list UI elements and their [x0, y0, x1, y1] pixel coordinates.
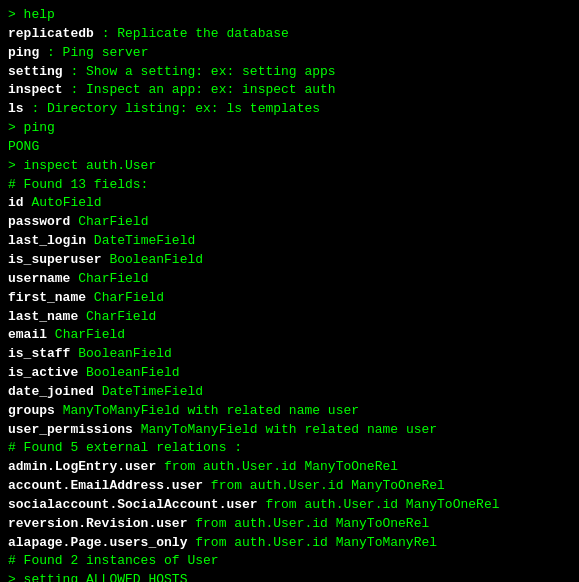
field-date-joined-space — [94, 384, 102, 399]
field-is-staff-name: is_staff — [8, 346, 70, 361]
rel-socialaccount-name: socialaccount.SocialAccount.user — [8, 497, 258, 512]
field-groups-name: groups — [8, 403, 55, 418]
field-email-type: CharField — [55, 327, 125, 342]
desc-setting: : Show a setting: ex: setting apps — [63, 64, 336, 79]
line-ping-help: ping : Ping server — [8, 44, 571, 63]
line-replicatedb: replicatedb : Replicate the database — [8, 25, 571, 44]
line-field-password: password CharField — [8, 213, 571, 232]
line-field-groups: groups ManyToManyField with related name… — [8, 402, 571, 421]
line-found-relations: # Found 5 external relations : — [8, 439, 571, 458]
line-rel-socialaccount: socialaccount.SocialAccount.user from au… — [8, 496, 571, 515]
prompt-ping: > ping — [8, 120, 55, 135]
terminal: > help replicatedb : Replicate the datab… — [8, 6, 571, 582]
field-last-name-name: last_name — [8, 309, 78, 324]
field-id-type: AutoField — [31, 195, 101, 210]
line-field-is-active: is_active BooleanField — [8, 364, 571, 383]
line-found-fields: # Found 13 fields: — [8, 176, 571, 195]
line-rel-revision: reversion.Revision.user from auth.User.i… — [8, 515, 571, 534]
line-pong: PONG — [8, 138, 571, 157]
line-ls-help: ls : Directory listing: ex: ls templates — [8, 100, 571, 119]
rel-emailaddress-detail: from auth.User.id ManyToOneRel — [203, 478, 445, 493]
field-is-superuser-name: is_superuser — [8, 252, 102, 267]
line-rel-emailaddress: account.EmailAddress.user from auth.User… — [8, 477, 571, 496]
line-field-is-staff: is_staff BooleanField — [8, 345, 571, 364]
field-date-joined-name: date_joined — [8, 384, 94, 399]
rel-alapage-detail: from auth.User.id ManyToManyRel — [187, 535, 437, 550]
field-last-login-name: last_login — [8, 233, 86, 248]
rel-logentry-name: admin.LogEntry.user — [8, 459, 156, 474]
field-user-permissions-space — [133, 422, 141, 437]
line-rel-logentry: admin.LogEntry.user from auth.User.id Ma… — [8, 458, 571, 477]
line-found-instances: # Found 2 instances of User — [8, 552, 571, 571]
field-is-active-space — [78, 365, 86, 380]
desc-inspect: : Inspect an app: ex: inspect auth — [63, 82, 336, 97]
rel-socialaccount-detail: from auth.User.id ManyToOneRel — [258, 497, 500, 512]
cmd-inspect: inspect — [8, 82, 63, 97]
cmd-setting: setting — [8, 64, 63, 79]
rel-revision-name: reversion.Revision.user — [8, 516, 187, 531]
field-id-name: id — [8, 195, 24, 210]
line-field-username: username CharField — [8, 270, 571, 289]
field-is-active-type: BooleanField — [86, 365, 180, 380]
field-username-name: username — [8, 271, 70, 286]
desc-ls: : Directory listing: ex: ls templates — [24, 101, 320, 116]
line-field-last-login: last_login DateTimeField — [8, 232, 571, 251]
line-rel-alapage: alapage.Page.users_only from auth.User.i… — [8, 534, 571, 553]
found-fields-text: # Found 13 fields: — [8, 177, 148, 192]
cmd-ls: ls — [8, 101, 24, 116]
found-instances-text: # Found 2 instances of User — [8, 553, 219, 568]
line-setting-help: setting : Show a setting: ex: setting ap… — [8, 63, 571, 82]
field-password-name: password — [8, 214, 70, 229]
rel-emailaddress-name: account.EmailAddress.user — [8, 478, 203, 493]
prompt: > help — [8, 7, 55, 22]
field-user-permissions-name: user_permissions — [8, 422, 133, 437]
line-field-first-name: first_name CharField — [8, 289, 571, 308]
line-setting-prompt: > setting ALLOWED_HOSTS — [8, 571, 571, 582]
rel-revision-detail: from auth.User.id ManyToOneRel — [187, 516, 429, 531]
line-field-email: email CharField — [8, 326, 571, 345]
desc-replicatedb: : Replicate the database — [94, 26, 289, 41]
line-field-user-permissions: user_permissions ManyToManyField with re… — [8, 421, 571, 440]
field-first-name-space — [86, 290, 94, 305]
line-inspect-prompt: > inspect auth.User — [8, 157, 571, 176]
field-last-login-space — [86, 233, 94, 248]
field-last-name-type: CharField — [86, 309, 156, 324]
field-groups-space — [55, 403, 63, 418]
line-inspect-help: inspect : Inspect an app: ex: inspect au… — [8, 81, 571, 100]
field-email-name: email — [8, 327, 47, 342]
field-last-login-type: DateTimeField — [94, 233, 195, 248]
desc-ping: : Ping server — [39, 45, 148, 60]
field-first-name-type: CharField — [94, 290, 164, 305]
field-is-staff-type: BooleanField — [78, 346, 172, 361]
field-is-active-name: is_active — [8, 365, 78, 380]
field-is-superuser-type: BooleanField — [109, 252, 203, 267]
line-field-is-superuser: is_superuser BooleanField — [8, 251, 571, 270]
rel-alapage-name: alapage.Page.users_only — [8, 535, 187, 550]
field-groups-type: ManyToManyField with related name user — [63, 403, 359, 418]
field-last-name-space — [78, 309, 86, 324]
pong-output: PONG — [8, 139, 39, 154]
field-date-joined-type: DateTimeField — [102, 384, 203, 399]
rel-logentry-detail: from auth.User.id ManyToOneRel — [156, 459, 398, 474]
field-username-type: CharField — [78, 271, 148, 286]
cmd-ping: ping — [8, 45, 39, 60]
line-ping-prompt: > ping — [8, 119, 571, 138]
field-user-permissions-type: ManyToManyField with related name user — [141, 422, 437, 437]
field-password-type: CharField — [78, 214, 148, 229]
field-first-name-name: first_name — [8, 290, 86, 305]
line-field-last-name: last_name CharField — [8, 308, 571, 327]
prompt-setting: > setting ALLOWED_HOSTS — [8, 572, 187, 582]
line-field-date-joined: date_joined DateTimeField — [8, 383, 571, 402]
prompt-inspect: > inspect auth.User — [8, 158, 156, 173]
line-help-prompt: > help — [8, 6, 571, 25]
found-relations-text: # Found 5 external relations : — [8, 440, 242, 455]
field-email-space — [47, 327, 55, 342]
cmd-replicatedb: replicatedb — [8, 26, 94, 41]
line-field-id: id AutoField — [8, 194, 571, 213]
